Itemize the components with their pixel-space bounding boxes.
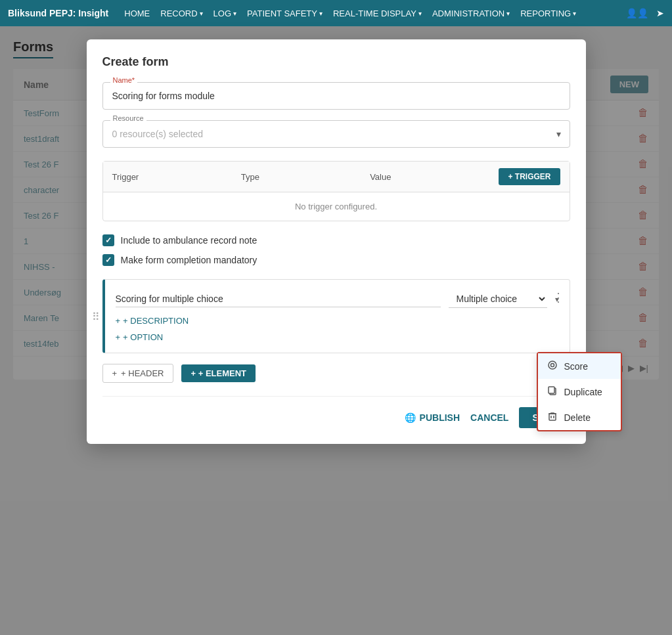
- nav-realtime-caret: ▾: [418, 10, 422, 17]
- element-name-input[interactable]: [116, 291, 441, 307]
- nav-log[interactable]: LOG ▾: [213, 9, 236, 18]
- trigger-col-value: Value: [370, 172, 499, 182]
- resource-select[interactable]: 0 resource(s) selected: [102, 120, 570, 148]
- trigger-col-type: Type: [241, 172, 370, 182]
- add-description-button[interactable]: + + DESCRIPTION: [116, 316, 559, 326]
- modal-footer: 🌐 PUBLISH CANCEL SAVE: [102, 396, 570, 428]
- drag-handle-icon[interactable]: ⠿: [92, 310, 100, 322]
- nav-record[interactable]: RECORD ▾: [160, 9, 202, 18]
- checkbox-ambulance-box[interactable]: ✓: [102, 234, 114, 246]
- brand-logo: Bliksund PEPJ: Insight: [8, 8, 108, 18]
- checkbox-group: ✓ Include to ambulance record note ✓ Mak…: [102, 234, 570, 266]
- modal-title: Create form: [102, 55, 570, 69]
- resource-label: Resource: [110, 114, 146, 122]
- nav-log-caret: ▾: [233, 10, 236, 17]
- add-header-button[interactable]: + + HEADER: [102, 364, 174, 383]
- svg-point-1: [550, 364, 554, 367]
- publish-button[interactable]: 🌐 PUBLISH: [405, 412, 460, 423]
- nav-reporting[interactable]: REPORTING ▾: [520, 9, 576, 18]
- nav-patient-safety[interactable]: PATIENT SAFETY ▾: [247, 9, 323, 18]
- nav-record-caret: ▾: [200, 10, 203, 17]
- user-icon[interactable]: 👤👤: [626, 8, 648, 18]
- nav-reporting-caret: ▾: [573, 10, 576, 17]
- checkbox-ambulance-label: Include to ambulance record note: [121, 235, 258, 246]
- bottom-toolbar: + + HEADER + + ELEMENT: [102, 364, 570, 383]
- navbar: Bliksund PEPJ: Insight HOME RECORD ▾ LOG…: [0, 0, 672, 26]
- trash-icon: [547, 411, 558, 424]
- checkmark-icon: ✓: [105, 236, 112, 245]
- context-duplicate-label: Duplicate: [564, 387, 602, 397]
- nav-home[interactable]: HOME: [124, 9, 150, 18]
- name-label: Name*: [110, 76, 138, 84]
- resource-field-group: Resource 0 resource(s) selected ▾: [102, 120, 570, 148]
- more-options-button[interactable]: ⋮: [552, 290, 564, 305]
- trigger-header: Trigger Type Value + TRIGGER: [103, 162, 570, 192]
- context-menu-score[interactable]: Score: [538, 353, 621, 379]
- trigger-table: Trigger Type Value + TRIGGER No trigger …: [102, 161, 570, 221]
- nav-patient-caret: ▾: [319, 10, 323, 17]
- context-menu-duplicate[interactable]: Duplicate: [538, 379, 621, 405]
- modal-overlay: Create form Name* Resource 0 resource(s)…: [0, 26, 672, 635]
- create-form-modal: Create form Name* Resource 0 resource(s)…: [87, 39, 586, 444]
- plus-icon: +: [116, 316, 121, 326]
- svg-rect-3: [549, 387, 554, 393]
- context-menu-delete[interactable]: Delete: [538, 405, 621, 430]
- context-menu: Score Duplicate: [537, 352, 622, 431]
- svg-point-0: [549, 361, 556, 369]
- checkmark-icon: ✓: [105, 255, 112, 265]
- score-icon: [547, 360, 558, 372]
- add-trigger-button[interactable]: + TRIGGER: [499, 168, 560, 185]
- name-input[interactable]: [102, 82, 570, 110]
- nav-administration[interactable]: ADMINISTRATION ▾: [432, 9, 510, 18]
- svg-rect-4: [549, 414, 556, 420]
- globe-icon: 🌐: [405, 412, 416, 423]
- navbar-right: 👤👤 ➤: [626, 8, 664, 18]
- nav-admin-caret: ▾: [506, 10, 510, 17]
- plus-icon: +: [190, 368, 196, 378]
- add-option-button[interactable]: + + OPTION: [116, 332, 559, 342]
- checkbox-mandatory-box[interactable]: ✓: [102, 254, 114, 266]
- checkbox-mandatory-label: Make form completion mandatory: [121, 255, 258, 265]
- nav-realtime[interactable]: REAL-TIME DISPLAY ▾: [333, 9, 422, 18]
- plus-icon: +: [112, 368, 118, 378]
- cancel-button[interactable]: CANCEL: [470, 412, 508, 423]
- duplicate-icon: [547, 385, 558, 398]
- plus-icon: +: [116, 332, 121, 342]
- context-delete-label: Delete: [564, 412, 591, 423]
- name-field-group: Name*: [102, 82, 570, 110]
- page-background: Forms Name NEW TestForm 🗑 test1draft 🗑 T…: [0, 26, 672, 635]
- element-row: Multiple choice ▾: [116, 290, 559, 308]
- trigger-empty-message: No trigger configured.: [103, 192, 570, 221]
- logout-icon[interactable]: ➤: [656, 8, 664, 18]
- element-type-select[interactable]: Multiple choice: [449, 290, 547, 308]
- add-element-button[interactable]: + + ELEMENT: [181, 364, 256, 382]
- form-element-card: ⠿ Multiple choice ▾ ⋮ + + DESCRIPTION + …: [102, 279, 570, 353]
- checkbox-ambulance: ✓ Include to ambulance record note: [102, 234, 570, 246]
- trigger-col-trigger: Trigger: [112, 172, 241, 182]
- checkbox-mandatory: ✓ Make form completion mandatory: [102, 254, 570, 266]
- context-score-label: Score: [564, 361, 589, 372]
